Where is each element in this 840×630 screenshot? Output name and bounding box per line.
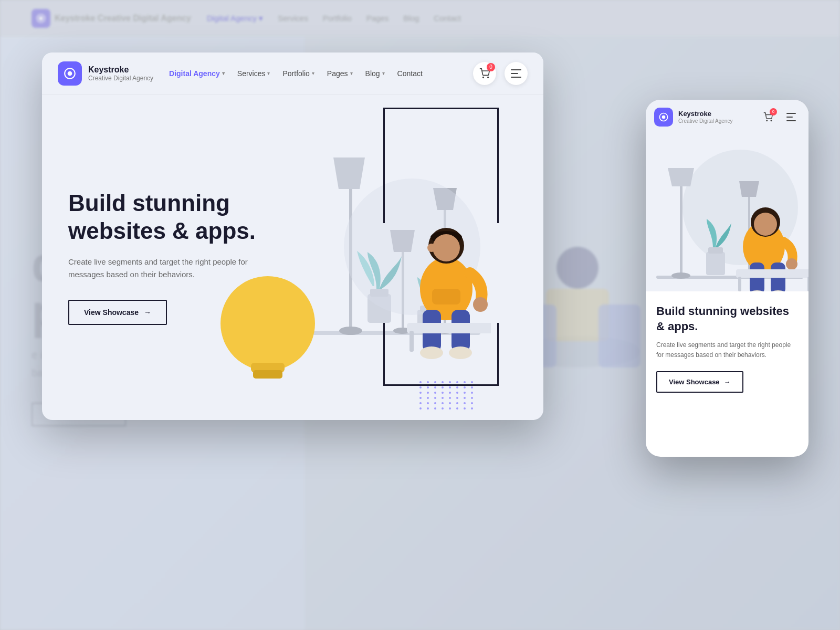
chevron-down-icon: ▾ bbox=[382, 70, 385, 76]
phone-view-showcase-button[interactable]: View Showcase → bbox=[656, 371, 743, 393]
phone-hero-title: Build stunning websites & apps. bbox=[656, 304, 798, 334]
phone-hero-illustration bbox=[646, 134, 808, 291]
phone-arrow-right-icon: → bbox=[724, 378, 731, 386]
yellow-bulb bbox=[215, 274, 320, 391]
svg-point-66 bbox=[786, 258, 797, 270]
desktop-cta-label: View Showcase bbox=[84, 308, 139, 317]
svg-rect-56 bbox=[706, 252, 725, 275]
phone-hero-content: Build stunning websites & apps. Create l… bbox=[646, 291, 808, 405]
desktop-nav-actions: 0 bbox=[473, 62, 528, 85]
phone-brand-name: Keystroke bbox=[678, 110, 754, 118]
chevron-down-icon: ▾ bbox=[350, 70, 353, 76]
svg-rect-43 bbox=[215, 373, 320, 389]
svg-marker-13 bbox=[333, 158, 365, 189]
svg-rect-67 bbox=[736, 269, 808, 278]
svg-rect-69 bbox=[807, 277, 808, 291]
phone-illustration-svg bbox=[646, 134, 808, 291]
svg-point-29 bbox=[433, 234, 460, 261]
desktop-logo-icon bbox=[58, 61, 82, 86]
desktop-navbar: Keystroke Creative Digital Agency Digita… bbox=[42, 52, 543, 94]
svg-point-47 bbox=[771, 120, 772, 121]
desktop-brand-name: Keystroke bbox=[88, 65, 153, 75]
desktop-nav-services[interactable]: Services ▾ bbox=[237, 69, 270, 78]
bg-nav-portfolio: Portfolio bbox=[323, 14, 352, 23]
bg-logo-icon bbox=[32, 9, 50, 28]
svg-point-9 bbox=[483, 77, 484, 78]
desktop-nav-services-label: Services bbox=[237, 69, 266, 78]
arrow-right-icon: → bbox=[144, 308, 151, 317]
desktop-card: Keystroke Creative Digital Agency Digita… bbox=[42, 52, 543, 420]
desktop-nav-contact-label: Contact bbox=[397, 69, 423, 78]
cart-badge: 0 bbox=[487, 63, 495, 71]
bg-brand: Keystroke Creative Digital Agency bbox=[32, 9, 191, 28]
desktop-nav-digital-agency[interactable]: Digital Agency ▾ bbox=[169, 69, 225, 78]
bg-nav-pages: Pages bbox=[366, 14, 389, 23]
svg-rect-35 bbox=[432, 289, 460, 304]
desktop-nav-digital-agency-label: Digital Agency bbox=[169, 69, 220, 78]
bg-nav-items: Digital Agency ▾ Services Portfolio Page… bbox=[207, 14, 461, 23]
bg-nav-services: Services bbox=[278, 14, 308, 23]
svg-point-10 bbox=[488, 77, 489, 78]
svg-point-0 bbox=[39, 16, 43, 20]
desktop-menu-button[interactable] bbox=[505, 62, 528, 85]
phone-logo-icon bbox=[654, 108, 673, 127]
phone-card: Keystroke Creative Digital Agency 0 bbox=[646, 100, 808, 457]
phone-hamburger-icon bbox=[786, 113, 796, 121]
bg-nav-blog: Blog bbox=[403, 14, 419, 23]
desktop-nav-portfolio[interactable]: Portfolio ▾ bbox=[282, 69, 314, 78]
desktop-nav-links: Digital Agency ▾ Services ▾ Portfolio ▾ … bbox=[169, 69, 473, 78]
phone-menu-button[interactable] bbox=[782, 108, 800, 126]
svg-point-60 bbox=[754, 213, 777, 236]
bg-nav-digital-agency: Digital Agency ▾ bbox=[207, 14, 263, 23]
svg-point-45 bbox=[663, 116, 664, 118]
svg-point-61 bbox=[757, 219, 763, 225]
phone-cart-button[interactable]: 0 bbox=[759, 108, 777, 126]
svg-marker-54 bbox=[739, 181, 759, 197]
chevron-down-icon: ▾ bbox=[312, 70, 314, 76]
bulb-svg bbox=[215, 274, 320, 389]
desktop-nav-pages[interactable]: Pages ▾ bbox=[327, 69, 353, 78]
phone-cart-badge: 0 bbox=[770, 108, 777, 116]
chevron-down-icon: ▾ bbox=[222, 70, 225, 76]
bracket-bottom-left bbox=[383, 323, 441, 386]
svg-point-52 bbox=[671, 272, 690, 279]
svg-point-40 bbox=[220, 276, 315, 371]
svg-rect-50 bbox=[680, 186, 682, 276]
phone-hero-subtitle: Create live segments and target the righ… bbox=[656, 340, 798, 360]
svg-point-4 bbox=[556, 247, 598, 289]
phone-logo-text: Keystroke Creative Digital Agency bbox=[678, 110, 754, 124]
desktop-logo-text: Keystroke Creative Digital Agency bbox=[88, 65, 153, 82]
svg-rect-6 bbox=[598, 304, 640, 368]
desktop-cart-button[interactable]: 0 bbox=[473, 62, 496, 85]
phone-cta-label: View Showcase bbox=[669, 378, 720, 386]
bracket-top-left bbox=[383, 108, 441, 223]
hamburger-icon bbox=[511, 69, 521, 78]
svg-point-14 bbox=[339, 327, 362, 335]
svg-rect-68 bbox=[738, 277, 741, 291]
bracket-bottom-right bbox=[441, 323, 499, 386]
bg-brand-text: Keystroke Creative Digital Agency bbox=[55, 14, 191, 23]
phone-nav-actions: 0 bbox=[759, 108, 800, 126]
bg-nav-contact: Contact bbox=[434, 14, 461, 23]
phone-navbar: Keystroke Creative Digital Agency 0 bbox=[646, 100, 808, 134]
bg-navbar: Keystroke Creative Digital Agency Digita… bbox=[0, 0, 840, 37]
bracket-top-right bbox=[441, 108, 499, 223]
desktop-nav-contact[interactable]: Contact bbox=[397, 69, 423, 78]
svg-point-46 bbox=[766, 120, 768, 121]
chevron-down-icon: ▾ bbox=[267, 70, 270, 76]
svg-point-30 bbox=[427, 244, 436, 252]
phone-brand-tagline: Creative Digital Agency bbox=[678, 118, 754, 124]
desktop-hero: Build stunning websites & apps. Create l… bbox=[42, 94, 543, 420]
svg-rect-57 bbox=[708, 247, 723, 254]
desktop-logo[interactable]: Keystroke Creative Digital Agency bbox=[58, 61, 153, 86]
desktop-nav-portfolio-label: Portfolio bbox=[282, 69, 309, 78]
svg-point-36 bbox=[473, 297, 488, 312]
desktop-view-showcase-button[interactable]: View Showcase → bbox=[68, 300, 167, 325]
desktop-nav-blog-label: Blog bbox=[365, 69, 380, 78]
desktop-nav-blog[interactable]: Blog ▾ bbox=[365, 69, 385, 78]
svg-marker-51 bbox=[668, 168, 694, 186]
desktop-nav-pages-label: Pages bbox=[327, 69, 348, 78]
desktop-brand-tagline: Creative Digital Agency bbox=[88, 75, 153, 82]
svg-point-8 bbox=[69, 72, 71, 74]
